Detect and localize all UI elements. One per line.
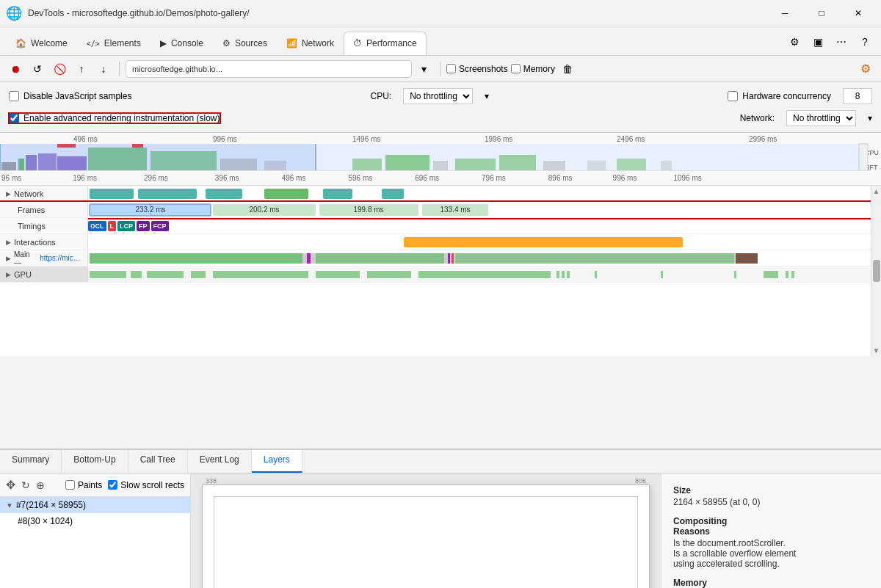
svg-rect-71 [562,271,565,278]
window-controls: ─ □ ✕ [768,1,875,25]
devtools-settings-button[interactable]: ⚙ [856,59,875,79]
dropdown-button[interactable]: ▾ [415,59,434,79]
flamechart-row-main[interactable]: ▶ Main — https://micro... [0,250,881,266]
network-row-label: ▶ Network [0,186,88,201]
paints-checkbox[interactable] [65,480,75,490]
tab-welcome[interactable]: 🏠 Welcome [6,32,77,55]
compositing-value: Is the document.rootScroller.Is a scroll… [673,538,869,569]
sources-icon: ⚙ [222,38,231,48]
hardware-concurrency-checkbox[interactable] [728,91,738,101]
paints-label[interactable]: Paints [65,480,102,490]
svg-rect-78 [791,271,794,278]
svg-text:2996 ms: 2996 ms [749,135,777,143]
tab-network[interactable]: 📶 Network [277,32,344,55]
svg-rect-62 [90,271,126,278]
tab-call-tree[interactable]: Call Tree [128,450,188,473]
tab-layers[interactable]: Layers [252,450,302,473]
trash-button[interactable]: 🗑 [558,59,577,79]
tab-sources[interactable]: ⚙ Sources [213,32,277,55]
browser-icon: 🌐 [6,5,22,21]
more-button[interactable]: ⋯ [831,32,852,52]
enable-rendering-checkbox[interactable] [9,113,19,123]
hardware-concurrency-input[interactable] [843,88,872,104]
reload-record-button[interactable]: ↺ [28,59,47,79]
network-throttle-select[interactable]: No throttling [786,110,856,126]
tab-console[interactable]: ▶ Console [151,32,213,55]
tab-bottom-up[interactable]: Bottom-Up [62,450,128,473]
layers-panel: ✥ ↻ ⊕ Paints Slow scroll rects ▼ [0,473,881,588]
tab-elements[interactable]: </> Elements [77,32,151,55]
welcome-icon: 🏠 [15,38,26,48]
toolbar-divider-1 [119,62,120,76]
cpu-label: CPU: [371,91,392,101]
interactions-row-content [88,234,881,250]
minimize-button[interactable]: ─ [768,1,802,25]
move-icon[interactable]: ✥ [6,478,15,492]
flamechart-row-gpu[interactable]: ▶ GPU [0,266,881,283]
upload-button[interactable]: ↑ [72,59,91,79]
hardware-concurrency-label[interactable]: Hardware concurrency [728,91,831,101]
rotate-icon[interactable]: ↻ [21,479,30,491]
memory-estimate-label: Memoryestimate [673,578,869,588]
memory-checkbox-label[interactable]: Memory [511,64,555,74]
record-button[interactable]: ⏺ [6,59,25,79]
bottom-panel: Summary Bottom-Up Call Tree Event Log La… [0,449,881,588]
svg-rect-61 [736,253,758,264]
titlebar-title: DevTools - microsoftedge.github.io/Demos… [28,8,768,18]
gpu-row-content [88,266,881,282]
svg-text:199.8 ms: 199.8 ms [353,206,383,214]
svg-text:1996 ms: 1996 ms [485,135,512,143]
settings-button[interactable]: ⚙ [784,32,805,52]
layer-item-2[interactable]: #8(30 × 1024) [0,513,190,529]
bottom-tabs: Summary Bottom-Up Call Tree Event Log La… [0,450,881,473]
svg-rect-37 [323,189,352,199]
disable-js-samples-checkbox[interactable] [9,91,19,101]
frames-row-label: Frames [0,202,88,217]
overview-panel[interactable]: 496 ms 996 ms 1496 ms 1996 ms 2496 ms 29… [0,133,881,186]
svg-rect-38 [382,189,404,199]
layers-canvas[interactable]: 338 806 778 [191,473,661,588]
main-row-content [88,250,881,266]
gpu-row-label: ▶ GPU [0,266,88,282]
reset-icon[interactable]: ⊕ [36,479,45,491]
enable-rendering-label[interactable]: Enable advanced rendering instrumentatio… [9,113,220,123]
disable-js-samples-label[interactable]: Disable JavaScript samples [9,91,131,101]
perf-controls-row1: Disable JavaScript samples CPU: No throt… [9,88,872,104]
svg-rect-68 [367,271,411,278]
svg-rect-59 [452,253,454,264]
download-button[interactable]: ↓ [94,59,113,79]
flamechart-row-frames[interactable]: Frames 233.2 ms 200.2 ms 199.8 [0,202,881,218]
cpu-throttle-select[interactable]: No throttling [403,88,473,104]
svg-rect-64 [147,271,184,278]
slow-scroll-label[interactable]: Slow scroll rects [108,480,184,490]
slow-scroll-checkbox[interactable] [108,480,117,490]
frames-row-content: 233.2 ms 200.2 ms 199.8 ms 133.4 ms [88,202,881,217]
maximize-button[interactable]: □ [805,1,838,25]
flamechart-row-interactions[interactable]: ▶ Interactions [0,234,881,250]
dock-button[interactable]: ▣ [808,32,828,52]
tab-event-log[interactable]: Event Log [188,450,252,473]
perf-controls-row2: Enable advanced rendering instrumentatio… [9,110,872,126]
close-button[interactable]: ✕ [841,1,875,25]
help-button[interactable]: ? [855,32,875,52]
tab-summary[interactable]: Summary [0,450,62,473]
url-input[interactable] [126,60,412,78]
memory-checkbox[interactable] [511,64,521,73]
svg-rect-60 [455,253,734,264]
titlebar: 🌐 DevTools - microsoftedge.github.io/Dem… [0,0,881,26]
flamechart[interactable]: ▶ Network [0,186,881,356]
svg-text:200.2 ms: 200.2 ms [249,206,279,214]
flamechart-row-timings[interactable]: Timings DCL L LCP [0,218,881,234]
screenshots-checkbox-label[interactable]: Screenshots [446,64,508,74]
elements-icon: </> [87,40,100,48]
clear-button[interactable]: 🚫 [50,59,69,79]
screenshots-checkbox[interactable] [446,64,456,73]
tab-performance[interactable]: ⏱ Performance [344,32,427,55]
svg-rect-70 [556,271,559,278]
svg-text:233.2 ms: 233.2 ms [135,206,165,214]
timeline-section: 496 ms 996 ms 1496 ms 1996 ms 2496 ms 29… [0,133,881,449]
layer-item-1[interactable]: ▼ #7(2164 × 58955) [0,497,190,513]
perf-controls: Disable JavaScript samples CPU: No throt… [0,82,881,133]
layers-tree: ✥ ↻ ⊕ Paints Slow scroll rects ▼ [0,473,191,588]
flamechart-row-network[interactable]: ▶ Network [0,186,881,202]
